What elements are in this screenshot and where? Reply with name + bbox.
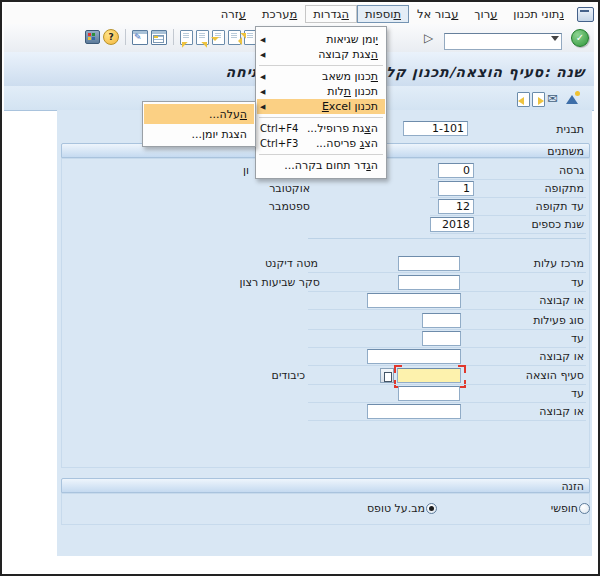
- radio-option[interactable]: חופשי: [551, 502, 590, 515]
- excel-submenu: העלה...הצגת יומן...: [142, 101, 256, 147]
- field-label: עד: [571, 331, 584, 346]
- field-description: אוקטובר: [269, 181, 310, 196]
- menu-item[interactable]: Ctrl+F3הצג פריסה...: [257, 136, 385, 151]
- menubar-item[interactable]: עזרה: [213, 5, 254, 23]
- input-field[interactable]: [398, 275, 460, 290]
- table-view-icon[interactable]: [151, 30, 167, 45]
- row-divider: [308, 347, 586, 348]
- menubar-item[interactable]: תוספות: [357, 5, 409, 23]
- field-label: סעיף הוצאה: [526, 368, 584, 383]
- dropdown-caret-icon[interactable]: [551, 36, 559, 45]
- row-divider: [430, 179, 586, 180]
- focus-corner: [394, 365, 402, 373]
- command-field-wrap: [444, 30, 562, 47]
- input-field[interactable]: [398, 256, 460, 271]
- radio-label: חופשי: [551, 502, 578, 515]
- input-field[interactable]: [367, 293, 461, 308]
- field-label: או קבוצה: [539, 349, 584, 364]
- row-divider: [308, 272, 586, 273]
- toolbar-separator: [173, 29, 174, 45]
- expand-command-icon[interactable]: ▷: [424, 31, 433, 45]
- menu-bar: נתוני תכנוןערוךעבור אלתוספותהגדרותמערכתע…: [4, 4, 594, 24]
- doc-action-icon-3[interactable]: [212, 30, 225, 45]
- menubar-item[interactable]: הגדרות: [305, 5, 357, 23]
- enter-button[interactable]: ✓: [571, 29, 589, 47]
- customize-icon[interactable]: [132, 30, 148, 45]
- row-divider: [430, 197, 586, 198]
- field-label: או קבוצה: [539, 293, 584, 308]
- row-divider: [308, 365, 586, 366]
- submenu-arrow-icon: ◀: [260, 36, 265, 44]
- toolbar-icon-group: ?: [85, 29, 273, 45]
- menu-item[interactable]: ◀יומן שגיאות: [257, 32, 385, 47]
- matchcode-button[interactable]: [380, 368, 394, 383]
- new-session-icon[interactable]: [85, 30, 100, 44]
- input-field[interactable]: [367, 404, 461, 419]
- doc-action-icon-1[interactable]: [180, 30, 193, 45]
- submenu-item[interactable]: העלה...: [144, 104, 254, 124]
- system-menu-icon[interactable]: [577, 7, 594, 22]
- menu-item[interactable]: Ctrl+F4הצגת פרופיל...: [257, 121, 385, 136]
- menu-item-label: תכנון תלות: [327, 85, 378, 98]
- menu-item[interactable]: ◀תכנון Excel: [257, 99, 385, 114]
- submenu-arrow-icon: ◀: [260, 88, 265, 96]
- radio-label: מב.על טופס: [367, 502, 425, 515]
- menu-item[interactable]: ◀הצגת קבוצה: [257, 47, 385, 62]
- field-description: סקר שביעות רצון: [239, 275, 320, 290]
- field-label: עד: [571, 386, 584, 401]
- menubar-item[interactable]: נתוני תכנון: [505, 5, 572, 23]
- row-divider: [308, 291, 586, 292]
- menu-item-label: יומן שגיאות: [326, 33, 378, 46]
- entry-section-box: [61, 493, 590, 525]
- menu-item[interactable]: הגדר תחום בקרה...: [257, 158, 385, 173]
- page-arrow-left-icon[interactable]: [517, 92, 530, 107]
- envelope-icon[interactable]: ✉: [547, 93, 558, 104]
- template-label: תבנית: [556, 122, 584, 137]
- menubar-item[interactable]: ערוך: [466, 5, 505, 23]
- menubar-item[interactable]: מערכת: [254, 5, 305, 23]
- row-divider: [430, 233, 586, 234]
- row-divider: [308, 402, 586, 403]
- input-field[interactable]: [422, 313, 461, 328]
- field-description: מטה דיקנט: [265, 256, 318, 271]
- help-icon[interactable]: ?: [103, 29, 119, 45]
- submenu-item-label: העלה...: [209, 108, 247, 121]
- page-arrow-right-icon[interactable]: [532, 92, 545, 107]
- field-label: מרכז עלות: [534, 256, 584, 271]
- expense-item-field[interactable]: [397, 368, 461, 383]
- input-field[interactable]: 2018: [430, 217, 474, 232]
- submenu-item[interactable]: הצגת יומן...: [144, 124, 254, 144]
- menu-shortcut: Ctrl+F3: [260, 138, 298, 149]
- template-field[interactable]: 1-101: [403, 121, 468, 136]
- field-label: עד תקופה: [536, 199, 584, 214]
- entry-section-title: הזנה: [561, 480, 584, 493]
- command-field[interactable]: [444, 33, 562, 50]
- menu-separator: [257, 62, 385, 69]
- input-field[interactable]: [398, 386, 460, 401]
- field-description: ון: [243, 163, 249, 178]
- doc-action-icon-2[interactable]: [196, 30, 209, 45]
- doc-action-icon-4[interactable]: [228, 30, 241, 45]
- field-label: סוג פעילות: [533, 313, 584, 328]
- menu-item-label: הצג פריסה...: [316, 137, 378, 150]
- menu-item[interactable]: ◀תכנון משאב: [257, 69, 385, 84]
- input-field[interactable]: [367, 349, 461, 364]
- submenu-arrow-icon: ◀: [260, 51, 265, 59]
- row-divider: [308, 329, 586, 330]
- row-divider: [430, 215, 586, 216]
- input-field[interactable]: [422, 331, 461, 346]
- radio-option[interactable]: מב.על טופס: [367, 502, 437, 515]
- entry-section-header: הזנה: [61, 478, 590, 493]
- input-field[interactable]: 0: [438, 163, 474, 178]
- field-label: גרסה: [559, 163, 584, 178]
- radio-icon[interactable]: [579, 503, 590, 514]
- toolbar-separator: [125, 29, 126, 45]
- field-label: או קבוצה: [539, 404, 584, 419]
- person-sun-icon[interactable]: [565, 91, 580, 105]
- input-field[interactable]: 1: [438, 181, 474, 196]
- menu-item[interactable]: ◀תכנון תלות: [257, 84, 385, 99]
- menubar-item[interactable]: עבור אל: [409, 5, 466, 23]
- input-field[interactable]: 12: [438, 199, 474, 214]
- menu-separator: [257, 114, 385, 121]
- radio-selected-icon[interactable]: [426, 503, 437, 514]
